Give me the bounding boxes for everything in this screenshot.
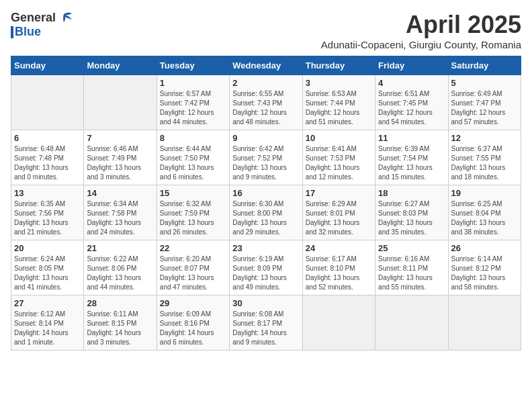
day-number: 24: [306, 243, 372, 253]
calendar-header-saturday: Saturday: [448, 56, 521, 75]
calendar-cell: 21Sunrise: 6:22 AM Sunset: 8:06 PM Dayli…: [84, 240, 157, 295]
calendar-cell: [302, 295, 375, 351]
calendar-cell: [448, 295, 521, 351]
day-number: 12: [451, 133, 518, 143]
day-number: 5: [451, 78, 518, 88]
day-number: 15: [160, 188, 226, 198]
day-number: 10: [306, 133, 372, 143]
calendar-cell: 27Sunrise: 6:12 AM Sunset: 8:14 PM Dayli…: [11, 295, 84, 351]
calendar-week-4: 20Sunrise: 6:24 AM Sunset: 8:05 PM Dayli…: [11, 240, 521, 295]
calendar-cell: [11, 75, 84, 130]
calendar-cell: 15Sunrise: 6:32 AM Sunset: 7:59 PM Dayli…: [157, 185, 229, 240]
calendar-cell: 26Sunrise: 6:14 AM Sunset: 8:12 PM Dayli…: [448, 240, 521, 295]
day-detail: Sunrise: 6:57 AM Sunset: 7:42 PM Dayligh…: [160, 89, 226, 127]
day-number: 18: [378, 188, 445, 198]
day-detail: Sunrise: 6:51 AM Sunset: 7:45 PM Dayligh…: [378, 89, 445, 127]
calendar-cell: 14Sunrise: 6:34 AM Sunset: 7:58 PM Dayli…: [84, 185, 157, 240]
day-number: 14: [87, 188, 153, 198]
calendar-cell: 2Sunrise: 6:55 AM Sunset: 7:43 PM Daylig…: [230, 75, 302, 130]
calendar-cell: 8Sunrise: 6:44 AM Sunset: 7:50 PM Daylig…: [157, 130, 229, 185]
day-number: 3: [306, 78, 372, 88]
calendar-week-2: 6Sunrise: 6:48 AM Sunset: 7:48 PM Daylig…: [11, 130, 521, 185]
day-detail: Sunrise: 6:41 AM Sunset: 7:53 PM Dayligh…: [306, 144, 372, 182]
day-detail: Sunrise: 6:14 AM Sunset: 8:12 PM Dayligh…: [451, 255, 518, 292]
logo-general-text: General: [11, 11, 56, 25]
day-detail: Sunrise: 6:17 AM Sunset: 8:10 PM Dayligh…: [306, 255, 372, 292]
day-number: 27: [14, 298, 81, 308]
day-number: 20: [14, 243, 81, 253]
day-detail: Sunrise: 6:34 AM Sunset: 7:58 PM Dayligh…: [87, 199, 153, 237]
day-detail: Sunrise: 6:32 AM Sunset: 7:59 PM Dayligh…: [160, 199, 226, 237]
calendar-header-friday: Friday: [375, 56, 448, 75]
day-detail: Sunrise: 6:44 AM Sunset: 7:50 PM Dayligh…: [160, 144, 226, 182]
day-number: 11: [378, 133, 445, 143]
day-number: 1: [160, 78, 226, 88]
calendar-cell: 22Sunrise: 6:20 AM Sunset: 8:07 PM Dayli…: [157, 240, 229, 295]
calendar-cell: 3Sunrise: 6:53 AM Sunset: 7:44 PM Daylig…: [302, 75, 375, 130]
day-detail: Sunrise: 6:37 AM Sunset: 7:55 PM Dayligh…: [451, 144, 518, 182]
day-number: 7: [87, 133, 153, 143]
day-number: 23: [232, 243, 299, 253]
calendar-cell: 24Sunrise: 6:17 AM Sunset: 8:10 PM Dayli…: [302, 240, 375, 295]
day-number: 28: [87, 298, 153, 308]
calendar-header-row: SundayMondayTuesdayWednesdayThursdayFrid…: [11, 56, 521, 75]
calendar-table: SundayMondayTuesdayWednesdayThursdayFrid…: [11, 56, 521, 351]
calendar-header-wednesday: Wednesday: [230, 56, 302, 75]
location-title: Adunatii-Copaceni, Giurgiu County, Roman…: [321, 39, 521, 50]
month-title: April 2025: [321, 11, 521, 39]
calendar-cell: 23Sunrise: 6:19 AM Sunset: 8:09 PM Dayli…: [230, 240, 302, 295]
day-number: 25: [378, 243, 445, 253]
calendar-cell: [84, 75, 157, 130]
page-header: General Blue April 2025 Adunatii-Copacen…: [11, 11, 521, 50]
calendar-cell: 25Sunrise: 6:16 AM Sunset: 8:11 PM Dayli…: [375, 240, 448, 295]
calendar-week-5: 27Sunrise: 6:12 AM Sunset: 8:14 PM Dayli…: [11, 295, 521, 351]
day-number: 2: [232, 78, 299, 88]
calendar-week-3: 13Sunrise: 6:35 AM Sunset: 7:56 PM Dayli…: [11, 185, 521, 240]
day-number: 30: [232, 298, 299, 308]
day-detail: Sunrise: 6:24 AM Sunset: 8:05 PM Dayligh…: [14, 255, 81, 292]
day-detail: Sunrise: 6:19 AM Sunset: 8:09 PM Dayligh…: [232, 255, 299, 292]
calendar-cell: 4Sunrise: 6:51 AM Sunset: 7:45 PM Daylig…: [375, 75, 448, 130]
day-number: 16: [232, 188, 299, 198]
calendar-cell: 12Sunrise: 6:37 AM Sunset: 7:55 PM Dayli…: [448, 130, 521, 185]
day-number: 8: [160, 133, 226, 143]
day-detail: Sunrise: 6:55 AM Sunset: 7:43 PM Dayligh…: [232, 89, 299, 127]
day-detail: Sunrise: 6:16 AM Sunset: 8:11 PM Dayligh…: [378, 255, 445, 292]
day-detail: Sunrise: 6:22 AM Sunset: 8:06 PM Dayligh…: [87, 255, 153, 292]
calendar-header-tuesday: Tuesday: [157, 56, 229, 75]
calendar-cell: 11Sunrise: 6:39 AM Sunset: 7:54 PM Dayli…: [375, 130, 448, 185]
day-detail: Sunrise: 6:29 AM Sunset: 8:01 PM Dayligh…: [306, 199, 372, 237]
day-number: 17: [306, 188, 372, 198]
calendar-cell: 20Sunrise: 6:24 AM Sunset: 8:05 PM Dayli…: [11, 240, 84, 295]
calendar-cell: 17Sunrise: 6:29 AM Sunset: 8:01 PM Dayli…: [302, 185, 375, 240]
calendar-cell: 5Sunrise: 6:49 AM Sunset: 7:47 PM Daylig…: [448, 75, 521, 130]
calendar-cell: 30Sunrise: 6:08 AM Sunset: 8:17 PM Dayli…: [230, 295, 302, 351]
calendar-cell: 18Sunrise: 6:27 AM Sunset: 8:03 PM Dayli…: [375, 185, 448, 240]
day-detail: Sunrise: 6:48 AM Sunset: 7:48 PM Dayligh…: [14, 144, 81, 182]
calendar-header-monday: Monday: [84, 56, 157, 75]
day-number: 22: [160, 243, 226, 253]
calendar-cell: 1Sunrise: 6:57 AM Sunset: 7:42 PM Daylig…: [157, 75, 229, 130]
day-detail: Sunrise: 6:08 AM Sunset: 8:17 PM Dayligh…: [232, 310, 299, 347]
day-detail: Sunrise: 6:11 AM Sunset: 8:15 PM Dayligh…: [87, 310, 153, 347]
day-number: 19: [451, 188, 518, 198]
calendar-cell: 6Sunrise: 6:48 AM Sunset: 7:48 PM Daylig…: [11, 130, 84, 185]
day-detail: Sunrise: 6:53 AM Sunset: 7:44 PM Dayligh…: [306, 89, 372, 127]
day-number: 9: [232, 133, 299, 143]
calendar-cell: 16Sunrise: 6:30 AM Sunset: 8:00 PM Dayli…: [230, 185, 302, 240]
calendar-header-thursday: Thursday: [302, 56, 375, 75]
day-detail: Sunrise: 6:30 AM Sunset: 8:00 PM Dayligh…: [232, 199, 299, 237]
day-detail: Sunrise: 6:39 AM Sunset: 7:54 PM Dayligh…: [378, 144, 445, 182]
logo-blue-text: Blue: [15, 25, 41, 39]
day-detail: Sunrise: 6:25 AM Sunset: 8:04 PM Dayligh…: [451, 199, 518, 237]
day-detail: Sunrise: 6:46 AM Sunset: 7:49 PM Dayligh…: [87, 144, 153, 182]
title-section: April 2025 Adunatii-Copaceni, Giurgiu Co…: [321, 11, 521, 50]
day-number: 21: [87, 243, 153, 253]
logo-bird-icon: [58, 11, 73, 25]
calendar-cell: 19Sunrise: 6:25 AM Sunset: 8:04 PM Dayli…: [448, 185, 521, 240]
calendar-cell: 29Sunrise: 6:09 AM Sunset: 8:16 PM Dayli…: [157, 295, 229, 351]
day-detail: Sunrise: 6:20 AM Sunset: 8:07 PM Dayligh…: [160, 255, 226, 292]
day-detail: Sunrise: 6:49 AM Sunset: 7:47 PM Dayligh…: [451, 89, 518, 127]
day-number: 4: [378, 78, 445, 88]
day-number: 6: [14, 133, 81, 143]
